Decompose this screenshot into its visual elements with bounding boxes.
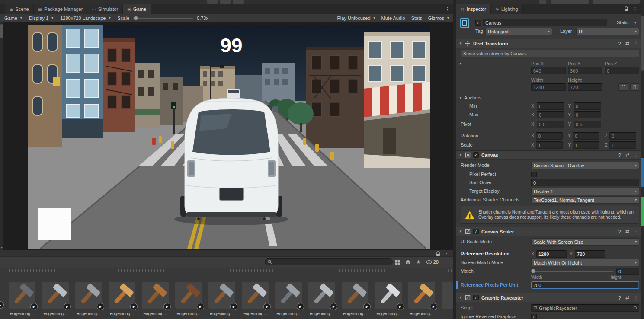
- asset-thumbnail[interactable]: ▶: [275, 282, 302, 309]
- play-button-fragment[interactable]: [207, 0, 218, 4]
- help-icon[interactable]: ?: [618, 229, 621, 234]
- screen-match-mode-dropdown[interactable]: Match Width Or Height ▾: [531, 259, 639, 266]
- raw-edit-mode-button[interactable]: R: [630, 83, 639, 91]
- pause-button-fragment[interactable]: [220, 0, 231, 4]
- anchors-max-x-field[interactable]: 0: [537, 111, 564, 118]
- pos-y-field[interactable]: 360: [568, 67, 602, 74]
- rotation-y-field[interactable]: 0: [573, 132, 599, 140]
- help-icon[interactable]: ?: [618, 153, 621, 158]
- asset-thumbnail[interactable]: ▶: [308, 282, 335, 309]
- gizmos-dropdown[interactable]: Gizmos ▾: [428, 16, 449, 21]
- scale-z-field[interactable]: 1: [609, 141, 636, 149]
- pos-z-field[interactable]: 0: [605, 67, 639, 74]
- ignore-reversed-graphics-checkbox[interactable]: ✓: [531, 314, 537, 319]
- asset-thumbnail[interactable]: ▶: [242, 282, 269, 309]
- search-input[interactable]: [274, 259, 390, 265]
- rect-transform-header[interactable]: ▼ Rect Transform ? ⇄ ⋮: [456, 39, 641, 48]
- asset-thumbnail[interactable]: ▶: [375, 282, 402, 309]
- expand-play-icon[interactable]: ▶: [97, 303, 104, 310]
- panel-menu-icon[interactable]: ⋮: [633, 6, 638, 12]
- scrollbar-thumb[interactable]: [641, 16, 644, 71]
- aspect-dropdown[interactable]: 1280x720 Landscape ▾: [60, 16, 110, 21]
- tab-package-manager[interactable]: ▦ Package Manager: [34, 4, 88, 14]
- gameobject-icon-dropdown[interactable]: ▾: [468, 25, 469, 29]
- game-render[interactable]: 99: [28, 25, 430, 249]
- target-display-dropdown[interactable]: Display 1 ▾: [531, 188, 639, 195]
- asset-item[interactable]: ▶ engeniring...: [342, 282, 369, 316]
- scale-x-field[interactable]: 1: [536, 141, 563, 149]
- asset-thumbnail[interactable]: ▶: [208, 282, 235, 309]
- asset-thumbnail[interactable]: ▶: [142, 282, 169, 309]
- component-menu-icon[interactable]: ⋮: [634, 295, 638, 300]
- presets-icon[interactable]: ⇄: [625, 229, 629, 234]
- search-input-wrap[interactable]: [265, 258, 393, 265]
- pivot-x-field[interactable]: 0.5: [537, 121, 564, 128]
- asset-item[interactable]: ▶ engeniring...: [109, 282, 136, 316]
- foldout-icon[interactable]: ▼: [459, 230, 462, 233]
- render-mode-dropdown[interactable]: Screen Space - Overlay ▾: [531, 162, 639, 169]
- asset-store-icon[interactable]: [405, 259, 411, 265]
- canvas-scaler-header[interactable]: ▼ ✓ Canvas Scaler ? ⇄ ⋮: [456, 227, 641, 236]
- asset-thumbnail[interactable]: ▶: [75, 282, 102, 309]
- anchors-foldout-icon[interactable]: ▼: [459, 96, 462, 100]
- asset-thumbnail[interactable]: ▶: [408, 282, 435, 309]
- expand-play-icon[interactable]: ▶: [297, 303, 304, 310]
- asset-item[interactable]: ▶ engeniring...: [75, 282, 103, 316]
- asset-item-partial-right[interactable]: ▶: [442, 282, 453, 309]
- static-dropdown-icon[interactable]: ▾: [634, 21, 636, 25]
- component-menu-icon[interactable]: ⋮: [634, 229, 638, 234]
- tab-game[interactable]: ◉ Game: [123, 4, 151, 14]
- panel-menu-icon[interactable]: ⋮: [445, 6, 450, 12]
- pixel-perfect-checkbox[interactable]: [531, 172, 537, 177]
- expand-play-icon[interactable]: ▶: [363, 303, 371, 310]
- play-unfocused-dropdown[interactable]: Play Unfocused ▾: [337, 16, 375, 21]
- pane-divider[interactable]: [453, 0, 456, 319]
- favorites-icon[interactable]: ★: [416, 259, 421, 265]
- foldout-icon[interactable]: ▼: [459, 296, 462, 300]
- expand-play-icon[interactable]: ▶: [330, 303, 337, 310]
- hidden-count-toggle[interactable]: 28: [426, 259, 439, 265]
- game-view-scrollbar[interactable]: ▼: [0, 22, 3, 250]
- ui-scale-mode-dropdown[interactable]: Scale With Screen Size ▾: [531, 238, 639, 246]
- help-icon[interactable]: ?: [618, 41, 621, 46]
- reference-resolution-y-field[interactable]: 720: [575, 250, 605, 258]
- scale-y-field[interactable]: 1: [573, 141, 599, 149]
- asset-thumbnail[interactable]: ▶: [109, 282, 135, 309]
- panel-menu-icon[interactable]: ⋮: [444, 251, 449, 256]
- expand-play-icon[interactable]: ▶: [197, 303, 204, 310]
- asset-item[interactable]: ▶ engeniring...: [242, 282, 269, 316]
- enable-checkbox[interactable]: ✓: [473, 152, 479, 158]
- shader-channels-dropdown[interactable]: TexCoord1, Normal, Tangent ▾: [531, 196, 639, 204]
- reference-ppu-field[interactable]: 200: [531, 281, 639, 289]
- display-dropdown[interactable]: Display 1 ▾: [29, 16, 53, 21]
- tab-inspector[interactable]: ◎ Inspector: [456, 4, 491, 14]
- mute-audio-button[interactable]: Mute Audio: [381, 16, 405, 21]
- pos-x-field[interactable]: 640: [531, 67, 566, 74]
- asset-item[interactable]: ▶ engeniring...: [408, 282, 436, 316]
- expand-play-icon[interactable]: ▶: [130, 303, 138, 310]
- anchors-max-y-field[interactable]: 0: [574, 111, 601, 118]
- foldout-icon[interactable]: ▼: [459, 153, 462, 157]
- expand-play-icon[interactable]: ▶: [64, 303, 71, 310]
- anchors-min-x-field[interactable]: 0: [537, 102, 564, 110]
- scale-slider[interactable]: [133, 16, 193, 20]
- height-field[interactable]: 720: [568, 83, 602, 91]
- asset-thumbnail[interactable]: ▶: [342, 282, 368, 309]
- rotation-x-field[interactable]: 0: [536, 132, 563, 140]
- expand-play-icon[interactable]: ▶: [163, 303, 171, 310]
- component-menu-icon[interactable]: ⋮: [634, 41, 638, 46]
- asset-item[interactable]: ▶ engeniring...: [375, 282, 403, 316]
- scroll-down-icon[interactable]: ▼: [0, 246, 3, 249]
- enable-checkbox[interactable]: ✓: [473, 229, 479, 234]
- match-slider-knob[interactable]: [531, 269, 535, 273]
- tag-dropdown[interactable]: Untagged ▾: [485, 28, 552, 35]
- sort-order-field[interactable]: 0: [531, 179, 639, 186]
- presets-icon[interactable]: ⇄: [625, 295, 629, 300]
- canvas-component-header[interactable]: ▼ ✓ Canvas ? ⇄ ⋮: [456, 150, 641, 160]
- graphic-raycaster-header[interactable]: ▼ ✓ Graphic Raycaster ? ⇄ ⋮: [456, 293, 641, 302]
- active-checkbox[interactable]: ✓: [475, 20, 481, 26]
- expand-play-icon[interactable]: ▶: [397, 303, 404, 310]
- asset-item[interactable]: ▶ engeniring...: [9, 282, 36, 316]
- enable-checkbox[interactable]: ✓: [473, 295, 479, 300]
- reference-resolution-x-field[interactable]: 1280: [536, 250, 567, 258]
